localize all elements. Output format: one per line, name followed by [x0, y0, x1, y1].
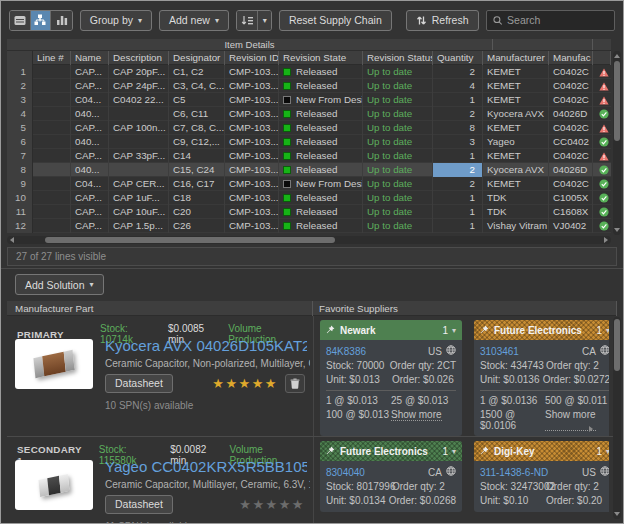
hierarchy-view-button[interactable] [31, 11, 52, 30]
supplier-count-dropdown[interactable]: 1▾ [442, 325, 456, 336]
supplier-card[interactable]: Newark1▾84K8386USStock: 70000Order qty: … [320, 320, 462, 436]
datasheet-button[interactable]: Datasheet [105, 374, 173, 393]
scroll-left-arrow-icon[interactable] [10, 237, 14, 243]
scroll-down-arrow-icon[interactable] [614, 512, 620, 516]
column-header-quantity[interactable]: Quantity [433, 51, 483, 65]
supplier-stock: Stock: 434743 [480, 360, 546, 371]
table-row[interactable]: 11CAP...CAP 10uF...C20CMP-103...Released… [7, 205, 611, 219]
table-row[interactable]: 2CAP...CAP 24pF...C3, C4, C...CMP-103...… [7, 79, 611, 93]
supplier-card[interactable]: Future Electronics1▾8304040CAStock: 8017… [320, 441, 462, 512]
column-header-description[interactable]: Description [109, 51, 169, 65]
scroll-down-arrow-icon[interactable] [614, 228, 620, 232]
search-input[interactable] [507, 14, 608, 26]
supplier-card[interactable]: Future Electronics1▾3103461CAStock: 4347… [474, 320, 609, 436]
table-row[interactable]: 7CAP...CAP 33pF...C14CMP-103...ReleasedU… [7, 149, 611, 163]
add-solution-button[interactable]: Add Solution ▾ [15, 274, 104, 295]
table-horizontal-scrollbar[interactable] [7, 236, 611, 244]
rating-stars[interactable]: ★★★★★ [212, 376, 278, 391]
column-header-status-icon [593, 51, 611, 65]
part-actions-row: Datasheet★★★★★ [105, 494, 305, 514]
order-price: Order: $0.20 [546, 495, 609, 506]
warning-icon [599, 124, 609, 133]
suppliers-vscroll-thumb[interactable] [614, 319, 620, 371]
supplier-count-dropdown[interactable]: 1▾ [442, 446, 456, 457]
revision-state-icon [283, 222, 291, 230]
chart-view-button[interactable] [51, 11, 72, 30]
warning-icon [599, 152, 609, 161]
column-header-line-[interactable]: Line # [33, 51, 71, 65]
table-row[interactable]: 1CAP...CAP 20pF...C1, C2CMP-103...Releas… [7, 65, 611, 79]
sort-dropdown-button[interactable]: ▾ [258, 11, 271, 30]
check-icon [599, 165, 609, 175]
row-number: 7 [7, 149, 33, 163]
rating-stars[interactable]: ★★★★★ [239, 497, 305, 512]
reset-supply-chain-button[interactable]: Reset Supply Chain [279, 10, 392, 31]
column-header-name[interactable]: Name [71, 51, 109, 65]
row-number: 1 [7, 65, 33, 79]
column-header-revision-status[interactable]: Revision Status [363, 51, 433, 65]
part-title-link[interactable]: Yageo CC0402KRX5R5BB105 [105, 458, 307, 475]
column-header-manufacturer-1[interactable]: Manufacturer 1 [483, 51, 549, 65]
table-vscroll-thumb[interactable] [614, 61, 620, 141]
datasheet-button[interactable]: Datasheet [105, 495, 173, 514]
delete-part-button[interactable] [285, 374, 305, 393]
part-info: PRIMARYStock: 10714k$0.0085 minVolume Pr… [7, 316, 313, 436]
globe-icon [600, 466, 609, 476]
show-more-link[interactable]: Show more [545, 409, 596, 431]
table-row[interactable]: 5CAP...CAP 100n...C7, C8, C...CMP-103...… [7, 121, 611, 135]
search-box [486, 10, 616, 31]
supplier-part-number-link[interactable]: 3103461 [480, 346, 519, 357]
chip-terminal [64, 350, 75, 372]
suppliers-vertical-scrollbar[interactable] [613, 317, 621, 519]
show-more-link[interactable]: Show more [391, 409, 442, 421]
chevron-down-icon: ▾ [90, 280, 94, 289]
price-break: 25 @ $0.013 [391, 395, 456, 406]
scroll-up-arrow-icon[interactable] [614, 54, 620, 58]
pin-icon [326, 325, 335, 336]
table-row[interactable]: 3C04...C0402 22...C5CMP-103...New From D… [7, 93, 611, 107]
supplier-name: Future Electronics [340, 446, 428, 457]
star-icon: ★ [292, 497, 305, 512]
scroll-right-arrow-icon[interactable] [604, 237, 608, 243]
refresh-button[interactable]: Refresh [406, 10, 479, 31]
table-hscroll-thumb[interactable] [45, 237, 335, 243]
supplier-part-number-link[interactable]: 84K8386 [326, 346, 366, 357]
supplier-part-number-link[interactable]: 8304040 [326, 467, 365, 478]
column-header-revision-id[interactable]: Revision ID [225, 51, 279, 65]
order-qty: Order qty: 2 [546, 481, 609, 492]
table-row[interactable]: 6040...C9, C12,...CMP-103...ReleasedUp t… [7, 135, 611, 149]
flat-list-view-button[interactable] [10, 11, 31, 30]
cell-description: CAP 24pF... [109, 79, 169, 93]
group-by-button[interactable]: Group by ▾ [80, 10, 152, 31]
supplier-part-number-link[interactable]: 311-1438-6-ND [480, 467, 548, 478]
hierarchy-icon [34, 14, 46, 26]
revision-state-icon [283, 68, 291, 76]
column-header-manufac[interactable]: Manufac [549, 51, 593, 65]
column-header-designator[interactable]: Designator [169, 51, 225, 65]
column-header-revision-state[interactable]: Revision State [279, 51, 363, 65]
cell-line-number [33, 93, 71, 107]
supplier-count-dropdown[interactable]: 1▾ [596, 325, 609, 336]
cell-mfr-part: 04026D [549, 163, 593, 177]
globe-icon [446, 345, 456, 355]
cards-scroll-right-arrow-icon[interactable] [589, 426, 593, 432]
cell-manufacturer: KEMET [483, 79, 549, 93]
part-actions-row: Datasheet★★★★★ [105, 373, 305, 393]
supplier-card[interactable]: Digi-Key1▾311-1438-6-NDUSStock: 32473002… [474, 441, 609, 512]
table-row[interactable]: 12CAP...CAP 1.5p...C26CMP-103...Released… [7, 219, 611, 233]
sort-columns-button[interactable] [237, 11, 259, 30]
table-row[interactable]: 4040...C6, C11CMP-103...ReleasedUp to da… [7, 107, 611, 121]
table-row[interactable]: 8040...C15, C24CMP-103...ReleasedUp to d… [7, 163, 611, 177]
table-vertical-scrollbar[interactable] [613, 51, 621, 235]
cell-line-number [33, 191, 71, 205]
star-icon: ★ [266, 497, 279, 512]
cell-status-icon [593, 177, 611, 191]
part-title-link[interactable]: Kyocera AVX 04026D105KAT2A [105, 337, 307, 354]
add-new-button[interactable]: Add new ▾ [159, 10, 229, 31]
table-row[interactable]: 10CAP...CAP 1uF...C18CMP-103...ReleasedU… [7, 191, 611, 205]
star-icon: ★ [265, 376, 278, 391]
table-row[interactable]: 9C04...CAP CER...C16, C17CMP-103...New F… [7, 177, 611, 191]
pin-icon [326, 446, 335, 455]
supplier-count-dropdown[interactable]: 1▾ [596, 446, 609, 457]
row-number: 4 [7, 107, 33, 121]
